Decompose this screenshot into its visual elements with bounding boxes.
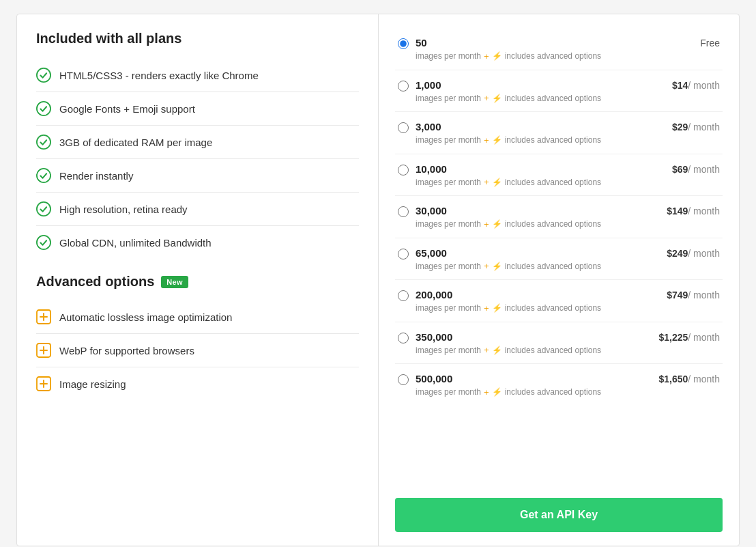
images-per-month-label: images per month xyxy=(416,51,481,61)
plan-count: 65,000 xyxy=(416,247,660,260)
plan-count: 200,000 xyxy=(416,288,660,302)
included-feature-item: Global CDN, unlimited Bandwidth xyxy=(36,226,359,259)
includes-advanced-label: includes advanced options xyxy=(505,94,601,103)
plan-radio[interactable] xyxy=(398,165,409,176)
plan-item: 50images per month + ⚡ includes advanced… xyxy=(395,28,723,70)
check-icon xyxy=(36,68,51,83)
included-feature-item: High resolution, retina ready xyxy=(36,193,359,226)
feature-text: 3GB of dedicated RAM per image xyxy=(59,137,212,148)
advanced-feature-text: WebP for supported browsers xyxy=(59,345,194,356)
plan-info: 50images per month + ⚡ includes advanced… xyxy=(416,36,693,61)
plan-price: $1,650/ month xyxy=(658,372,720,384)
included-feature-item: Google Fonts + Emoji support xyxy=(36,92,359,126)
lightning-bolt: ⚡ xyxy=(492,219,502,229)
images-per-month-label: images per month xyxy=(416,303,481,313)
advanced-feature-item: Image resizing xyxy=(36,367,359,400)
price-amount: $69 xyxy=(672,164,688,175)
includes-advanced-label: includes advanced options xyxy=(505,387,601,397)
advanced-options-header: Advanced options New xyxy=(36,274,359,290)
plan-radio[interactable] xyxy=(398,249,409,260)
lightning-icon: + xyxy=(484,387,489,397)
plan-item: 3,000images per month + ⚡ includes advan… xyxy=(395,112,723,154)
get-api-key-button[interactable]: Get an API Key xyxy=(395,498,723,532)
plan-item: 65,000images per month + ⚡ includes adva… xyxy=(395,238,723,281)
price-unit: / month xyxy=(688,248,720,259)
check-icon xyxy=(36,135,51,150)
lightning-bolt: ⚡ xyxy=(492,51,502,61)
plan-item: 10,000images per month + ⚡ includes adva… xyxy=(395,154,723,197)
svg-point-1 xyxy=(37,102,50,115)
plan-info: 10,000images per month + ⚡ includes adva… xyxy=(416,163,665,188)
price-amount: $749 xyxy=(667,290,688,300)
plan-item: 500,000images per month + ⚡ includes adv… xyxy=(395,364,723,406)
plan-radio[interactable] xyxy=(398,206,409,217)
includes-advanced-label: includes advanced options xyxy=(505,51,601,61)
pricing-container: Included with all plans HTML5/CSS3 - ren… xyxy=(16,14,740,546)
plan-item: 200,000images per month + ⚡ includes adv… xyxy=(395,280,723,322)
price-unit: / month xyxy=(688,290,720,300)
lightning-icon: + xyxy=(484,261,489,271)
plan-sub: images per month + ⚡ includes advanced o… xyxy=(416,51,693,61)
lightning-bolt: ⚡ xyxy=(492,135,502,145)
feature-text: Render instantly xyxy=(59,170,133,182)
plan-radio[interactable] xyxy=(398,81,409,92)
images-per-month-label: images per month xyxy=(416,387,481,397)
price-amount: $1,225 xyxy=(658,332,688,343)
plan-price: $69/ month xyxy=(672,163,720,175)
plan-info: 30,000images per month + ⚡ includes adva… xyxy=(416,204,660,229)
advanced-feature-item: Automatic lossless image optimization xyxy=(36,300,359,334)
plan-count: 350,000 xyxy=(416,331,652,344)
included-feature-item: 3GB of dedicated RAM per image xyxy=(36,126,359,159)
lightning-bolt: ⚡ xyxy=(492,178,502,187)
check-icon xyxy=(36,168,51,183)
includes-advanced-label: includes advanced options xyxy=(505,303,601,313)
price-amount: $1,650 xyxy=(658,374,688,384)
plan-radio[interactable] xyxy=(398,38,409,49)
included-title: Included with all plans xyxy=(36,31,359,46)
lightning-bolt: ⚡ xyxy=(492,387,502,397)
advanced-features-list: Automatic lossless image optimization We… xyxy=(36,300,359,400)
lightning-icon: + xyxy=(484,303,489,313)
images-per-month-label: images per month xyxy=(416,94,481,103)
plan-sub: images per month + ⚡ includes advanced o… xyxy=(416,303,660,313)
lightning-icon: + xyxy=(484,135,489,145)
plan-sub: images per month + ⚡ includes advanced o… xyxy=(416,93,665,103)
plan-radio[interactable] xyxy=(398,374,409,385)
lightning-icon: + xyxy=(484,345,489,355)
plan-sub: images per month + ⚡ includes advanced o… xyxy=(416,135,665,145)
svg-point-0 xyxy=(37,68,50,82)
lightning-bolt: ⚡ xyxy=(492,94,502,103)
price-unit: / month xyxy=(688,164,720,175)
plan-item: 30,000images per month + ⚡ includes adva… xyxy=(395,196,723,238)
svg-point-4 xyxy=(37,202,50,216)
plan-price: $29/ month xyxy=(672,120,720,132)
right-panel: 50images per month + ⚡ includes advanced… xyxy=(379,14,739,546)
new-badge: New xyxy=(161,276,188,288)
price-unit: / month xyxy=(688,332,720,343)
svg-point-3 xyxy=(37,169,50,182)
plan-info: 65,000images per month + ⚡ includes adva… xyxy=(416,247,660,272)
plan-price: $149/ month xyxy=(667,204,720,216)
images-per-month-label: images per month xyxy=(416,262,481,271)
plan-sub: images per month + ⚡ includes advanced o… xyxy=(416,387,652,397)
images-per-month-label: images per month xyxy=(416,346,481,355)
price-unit: / month xyxy=(688,206,720,216)
images-per-month-label: images per month xyxy=(416,135,481,145)
plan-count: 1,000 xyxy=(416,79,665,92)
includes-advanced-label: includes advanced options xyxy=(505,346,601,355)
plan-info: 350,000images per month + ⚡ includes adv… xyxy=(416,331,652,356)
images-per-month-label: images per month xyxy=(416,178,481,187)
includes-advanced-label: includes advanced options xyxy=(505,262,601,271)
plan-item: 350,000images per month + ⚡ includes adv… xyxy=(395,322,723,365)
plan-radio[interactable] xyxy=(398,122,409,133)
advanced-feature-text: Image resizing xyxy=(59,378,126,390)
feature-text: Global CDN, unlimited Bandwidth xyxy=(59,237,212,249)
plan-radio[interactable] xyxy=(398,290,409,301)
includes-advanced-label: includes advanced options xyxy=(505,219,601,229)
check-icon xyxy=(36,201,51,216)
plan-sub: images per month + ⚡ includes advanced o… xyxy=(416,177,665,187)
advanced-feature-text: Automatic lossless image optimization xyxy=(59,311,232,323)
plan-price: $249/ month xyxy=(667,247,720,259)
feature-text: HTML5/CSS3 - renders exactly like Chrome xyxy=(59,70,259,81)
plan-radio[interactable] xyxy=(398,333,409,343)
